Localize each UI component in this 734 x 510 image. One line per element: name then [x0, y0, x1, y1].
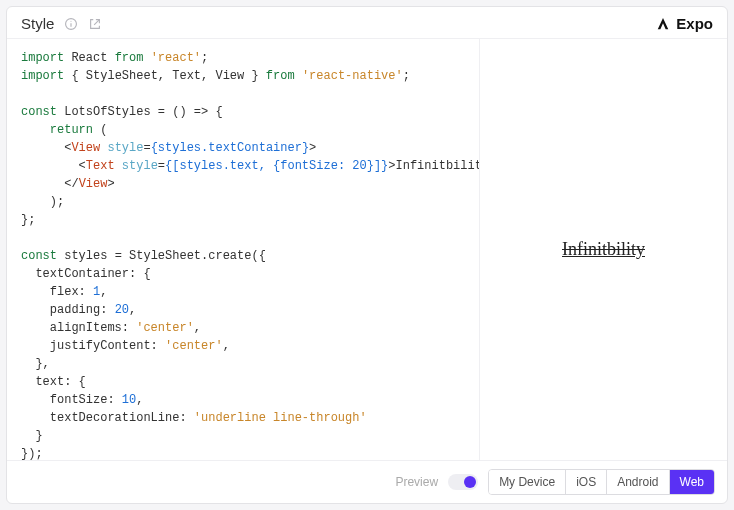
code-token: import	[21, 69, 64, 83]
code-token: >	[107, 177, 114, 191]
code-token: ,	[100, 285, 107, 299]
code-token: {[styles.text, {fontSize:	[165, 159, 352, 173]
code-token: <	[79, 159, 86, 173]
code-token: View	[71, 141, 100, 155]
code-token: >	[309, 141, 316, 155]
code-token: style	[122, 159, 158, 173]
code-token: >	[388, 159, 395, 173]
code-token: (	[93, 123, 107, 137]
code-token: 'underline line-through'	[194, 411, 367, 425]
body: import React from 'react'; import { Styl…	[7, 39, 727, 460]
code-token: text: {	[21, 375, 86, 389]
header-left: Style	[21, 15, 102, 32]
code-token: 20	[115, 303, 129, 317]
code-token: fontSize:	[21, 393, 122, 407]
code-token: return	[50, 123, 93, 137]
code-token: 'react'	[151, 51, 201, 65]
svg-point-2	[71, 20, 72, 21]
code-token: flex:	[21, 285, 93, 299]
tab-my-device[interactable]: My Device	[489, 470, 566, 494]
code-editor[interactable]: import React from 'react'; import { Styl…	[7, 39, 479, 460]
panel-title: Style	[21, 15, 54, 32]
code-token: });	[21, 447, 43, 460]
code-token: ,	[194, 321, 201, 335]
code-token: ,	[223, 339, 230, 353]
expo-brand-text: Expo	[676, 15, 713, 32]
code-token: =	[143, 141, 150, 155]
platform-tabs: My Device iOS Android Web	[488, 469, 715, 495]
external-link-icon[interactable]	[88, 17, 102, 31]
code-token: Text	[86, 159, 115, 173]
code-token: }]}	[367, 159, 389, 173]
code-token: styles	[64, 249, 107, 263]
code-token: );	[50, 195, 64, 209]
code-token: const	[21, 105, 57, 119]
code-token: from	[266, 69, 295, 83]
code-token: LotsOfStyles	[64, 105, 150, 119]
code-token: padding:	[21, 303, 115, 317]
preview-pane: Infinitbility	[479, 39, 727, 460]
code-token: = StyleSheet.create({	[107, 249, 265, 263]
expo-logo-icon	[656, 17, 670, 31]
code-token: Infinitbility	[396, 159, 480, 173]
code-token: {styles.textContainer}	[151, 141, 309, 155]
code-token: </	[64, 177, 78, 191]
code-token: alignItems:	[21, 321, 136, 335]
toggle-knob	[464, 476, 476, 488]
code-token: 10	[122, 393, 136, 407]
code-token: View	[79, 177, 108, 191]
code-token: ,	[129, 303, 136, 317]
code-token: justifyContent:	[21, 339, 165, 353]
code-token: textContainer: {	[21, 267, 151, 281]
code-token: 20	[352, 159, 366, 173]
code-token: textDecorationLine:	[21, 411, 194, 425]
code-token: }	[21, 429, 43, 443]
code-token: 'center'	[165, 339, 223, 353]
code-token: { StyleSheet, Text, View }	[71, 69, 258, 83]
tab-web[interactable]: Web	[670, 470, 714, 494]
code-token: };	[21, 213, 35, 227]
code-token: 'center'	[136, 321, 194, 335]
header-bar: Style Expo	[7, 7, 727, 39]
code-token: 'react-native'	[302, 69, 403, 83]
preview-output-text: Infinitbility	[562, 239, 645, 260]
tab-ios[interactable]: iOS	[566, 470, 607, 494]
code-token: React	[71, 51, 107, 65]
preview-label: Preview	[395, 475, 438, 489]
info-icon[interactable]	[64, 17, 78, 31]
code-token: ,	[136, 393, 143, 407]
tab-android[interactable]: Android	[607, 470, 669, 494]
code-token: import	[21, 51, 64, 65]
expo-brand[interactable]: Expo	[656, 15, 713, 32]
code-token: from	[115, 51, 144, 65]
code-token: =	[158, 159, 165, 173]
snack-panel: Style Expo import React from 'react'; im…	[6, 6, 728, 504]
code-token: const	[21, 249, 57, 263]
footer-bar: Preview My Device iOS Android Web	[7, 460, 727, 503]
code-token: style	[107, 141, 143, 155]
code-token: },	[21, 357, 50, 371]
preview-toggle[interactable]	[448, 474, 478, 490]
code-token: = () => {	[151, 105, 223, 119]
code-token	[115, 159, 122, 173]
